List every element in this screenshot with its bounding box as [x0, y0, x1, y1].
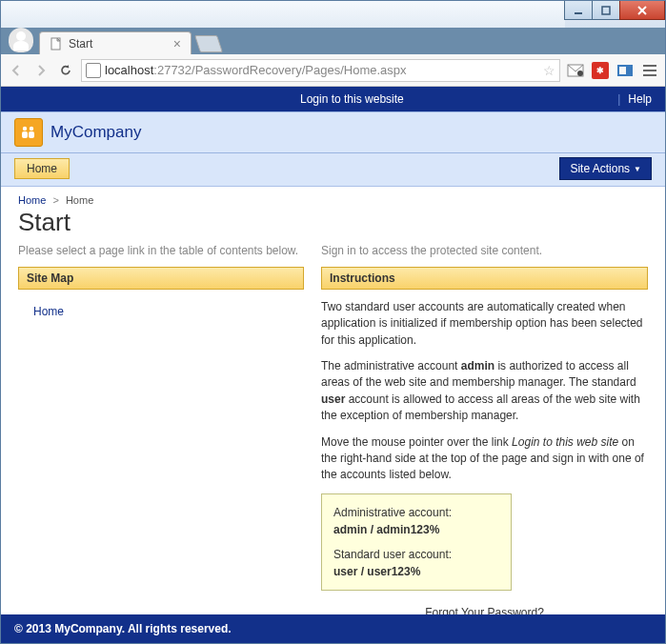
url-host: localhost [105, 63, 153, 77]
sitemap-home-link[interactable]: Home [18, 299, 304, 324]
forward-button[interactable] [31, 61, 50, 80]
main-menu: Home Site Actions ▼ [1, 153, 665, 187]
instructions-para-3: Move the mouse pointer over the link Log… [321, 434, 648, 484]
instructions-header: Instructions [321, 267, 648, 290]
profile-icon[interactable] [9, 28, 33, 52]
tab-close-icon[interactable]: × [173, 36, 181, 51]
right-column: Sign in to access the protected site con… [321, 243, 648, 614]
page-icon [50, 37, 63, 50]
login-bar: Login to this website | Help [1, 87, 665, 111]
window-minimize-button[interactable] [564, 1, 593, 20]
credentials-box: Administrative account: admin / admin123… [321, 493, 512, 591]
window-titlebar [1, 1, 665, 28]
admin-account-label: Administrative account: [333, 504, 499, 521]
instructions-para-1: Two standard user accounts are automatic… [321, 299, 648, 349]
devtools-panel-icon[interactable] [616, 61, 635, 80]
svg-point-6 [577, 70, 583, 76]
browser-tab-strip: Start × [1, 28, 665, 54]
page-title: Start [18, 208, 648, 237]
svg-rect-9 [22, 131, 28, 138]
url-port: :27732 [153, 63, 192, 77]
breadcrumb-root[interactable]: Home [18, 194, 46, 206]
forgot-title: Forgot Your Password? [321, 606, 648, 614]
svg-point-7 [23, 127, 27, 131]
right-intro-text: Sign in to access the protected site con… [321, 243, 648, 259]
site-actions-label: Site Actions [570, 162, 630, 175]
login-link[interactable]: Login to this website [300, 92, 404, 106]
site-footer: © 2013 MyCompany. All rights reserved. [1, 614, 665, 643]
extension-icon[interactable]: ✱ [591, 61, 610, 80]
site-identity-icon [86, 63, 101, 78]
tab-title: Start [69, 37, 92, 50]
sitemap-header: Site Map [18, 267, 304, 290]
window-close-button[interactable] [619, 1, 665, 20]
browser-menu-icon[interactable] [640, 61, 659, 80]
svg-rect-1 [602, 7, 610, 14]
left-intro-text: Please select a page link in the table o… [18, 243, 304, 259]
instructions-para-2: The administrative account admin is auth… [321, 358, 648, 425]
user-account-value: user / user123% [333, 565, 420, 578]
company-name: MyCompany [50, 123, 141, 142]
admin-account-value: admin / admin123% [333, 523, 439, 536]
breadcrumb: Home > Home [18, 194, 648, 206]
browser-toolbar: localhost:27732/PasswordRecovery/Pages/H… [1, 54, 665, 87]
mail-icon[interactable] [566, 61, 585, 80]
left-column: Please select a page link in the table o… [18, 243, 304, 614]
user-account-label: Standard user account: [333, 546, 499, 563]
back-button[interactable] [7, 61, 26, 80]
new-tab-button[interactable] [194, 35, 223, 52]
reload-button[interactable] [56, 61, 75, 80]
breadcrumb-current: Home [66, 194, 93, 206]
page-content: Home > Home Start Please select a page l… [1, 187, 665, 614]
chevron-down-icon: ▼ [634, 165, 641, 173]
forgot-password-block: Forgot Your Password? Enter your User Na… [321, 606, 648, 614]
site-header: MyCompany [1, 111, 665, 153]
svg-rect-10 [29, 131, 34, 138]
browser-tab[interactable]: Start × [39, 31, 192, 54]
url-path: /PasswordRecovery/Pages/Home.aspx [192, 63, 406, 77]
site-actions-dropdown[interactable]: Site Actions ▼ [559, 157, 652, 180]
address-bar[interactable]: localhost:27732/PasswordRecovery/Pages/H… [81, 59, 560, 82]
separator: | [617, 92, 620, 106]
company-logo-icon [14, 118, 43, 147]
nav-home-button[interactable]: Home [14, 158, 70, 179]
help-link[interactable]: Help [628, 92, 652, 106]
svg-point-8 [30, 127, 33, 131]
bookmark-star-icon[interactable]: ☆ [543, 63, 555, 78]
window-maximize-button[interactable] [592, 1, 620, 20]
